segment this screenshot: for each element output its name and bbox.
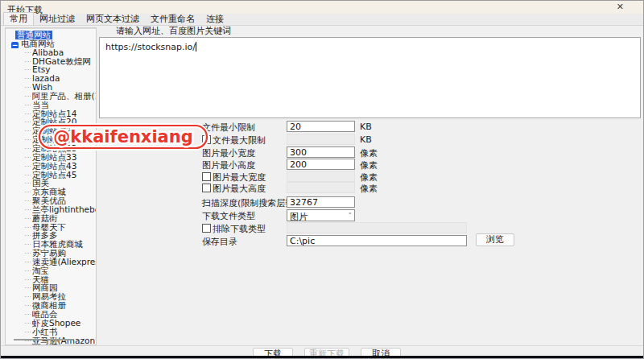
download-dialog: 开始下载 ✕ 常用网址过滤网页文本过滤文件重命名连接 普通网站−电商网站Alib…	[0, 0, 644, 359]
form-row: 图片最小宽度像素	[1, 146, 643, 159]
tree-item[interactable]: 阿里产品、相册(16	[6, 92, 96, 101]
form-label: 图片最大高度	[213, 183, 266, 195]
tab-bar: 常用网址过滤网页文本过滤文件重命名连接	[1, 14, 643, 26]
tree-item[interactable]: 速卖通(Aliexpress)	[6, 258, 96, 266]
max-height-checkbox[interactable]	[202, 184, 211, 192]
tree-item[interactable]: 虾皮Shopee	[6, 319, 96, 328]
form-label: 文件最大限制	[213, 134, 266, 146]
form-row: 文件最大限制KB	[1, 134, 643, 146]
file-type-select[interactable]: 图片˅	[287, 209, 355, 221]
form-label: 扫描深度(限制搜索层数)	[202, 197, 298, 209]
form-row: 保存目录浏览	[1, 235, 643, 248]
chevron-down-icon[interactable]: ˅	[349, 212, 353, 220]
tab-file-rename[interactable]: 文件重命名	[145, 13, 200, 25]
tree-horizontal-scrollbar[interactable]	[9, 339, 91, 342]
min-width-input[interactable]	[287, 146, 355, 158]
scan-depth-input[interactable]	[287, 196, 355, 208]
min-height-input[interactable]	[287, 159, 355, 170]
form-row: 扫描深度(限制搜索层数)	[1, 196, 643, 209]
exclude-type-checkbox[interactable]	[202, 224, 211, 233]
selected-tree-label[interactable]: 普通网站	[15, 31, 52, 39]
text-caret	[196, 42, 196, 52]
tab-url-filter[interactable]: 网址过滤	[34, 13, 80, 25]
select-value: 图片	[290, 212, 308, 222]
form-label: 排除下载类型	[213, 223, 266, 235]
tree-item[interactable]: 网商园	[6, 283, 96, 292]
min-file-size-input[interactable]	[287, 121, 355, 132]
form-row: 下载文件类型图片˅	[1, 209, 643, 222]
form-row: 图片最小高度像素	[1, 159, 643, 171]
tree-item[interactable]: 唯品会	[6, 310, 96, 319]
unit-label: 像素	[360, 183, 378, 195]
tab-general[interactable]: 常用	[3, 12, 34, 25]
form-label: 下载文件类型	[202, 210, 255, 222]
form-label: 图片最小高度	[202, 159, 255, 171]
form-label: 保存目录	[202, 236, 237, 248]
save-dir-input[interactable]	[287, 235, 467, 246]
tree-item[interactable]: 当当	[6, 101, 96, 109]
form-row: 排除下载类型	[1, 222, 643, 235]
tree-item[interactable]: 微商相册	[6, 301, 96, 310]
close-icon[interactable]: ✕	[617, 2, 624, 13]
tree-item[interactable]: lazada	[6, 74, 96, 83]
url-input-label: 请输入网址、百度图片关键词	[116, 25, 231, 37]
tab-page-text-filter[interactable]: 网页文本过滤	[80, 13, 145, 25]
tree-item[interactable]: Alibaba	[6, 48, 96, 57]
tree-item[interactable]: 淘宝	[6, 266, 96, 275]
max-file-size-checkbox[interactable]	[202, 135, 211, 144]
url-value: https://stocksnap.io/	[105, 42, 196, 52]
tree-item[interactable]: Etsy	[6, 65, 96, 74]
titlebar: 开始下载 ✕	[1, 1, 643, 14]
tree-item[interactable]: DHGate敦煌网	[6, 57, 96, 66]
form-row: 图片最大高度像素	[1, 182, 643, 195]
tree-item[interactable]: Wish	[6, 83, 96, 92]
form-row: 文件最小限制KB	[1, 121, 643, 134]
unit-label: 像素	[360, 147, 378, 159]
exclude-type-input[interactable]	[287, 222, 467, 233]
url-textarea[interactable]: https://stocksnap.io/	[99, 37, 641, 118]
tree-item[interactable]: 小红书	[6, 328, 96, 336]
tree-item[interactable]: 网易考拉	[6, 292, 96, 301]
max-file-size-input[interactable]	[287, 134, 355, 145]
form-label: 文件最小限制	[202, 122, 255, 134]
tree-item[interactable]: 苏宁易购	[6, 249, 96, 258]
max-height-input[interactable]	[287, 182, 355, 193]
unit-label: KB	[360, 122, 372, 132]
tree-item-selected[interactable]: 普通网站	[6, 31, 96, 39]
tree-item[interactable]: 天猫	[6, 275, 96, 284]
max-width-input[interactable]	[287, 171, 355, 182]
unit-label: KB	[360, 134, 372, 145]
tree-group-label: 电商网站	[21, 39, 55, 48]
unit-label: 像素	[360, 159, 378, 171]
scrollbar-thumb[interactable]	[14, 339, 73, 340]
browse-button[interactable]: 浏览	[476, 233, 514, 246]
tree-group-ecommerce[interactable]: −电商网站	[6, 39, 96, 48]
collapse-icon[interactable]: −	[11, 42, 19, 48]
tab-connection[interactable]: 连接	[200, 13, 229, 25]
background-window-strip	[1, 356, 643, 358]
tree-item[interactable]: 定制站点14	[6, 109, 96, 118]
max-width-checkbox[interactable]	[202, 172, 211, 181]
form-label: 图片最小宽度	[202, 147, 255, 159]
